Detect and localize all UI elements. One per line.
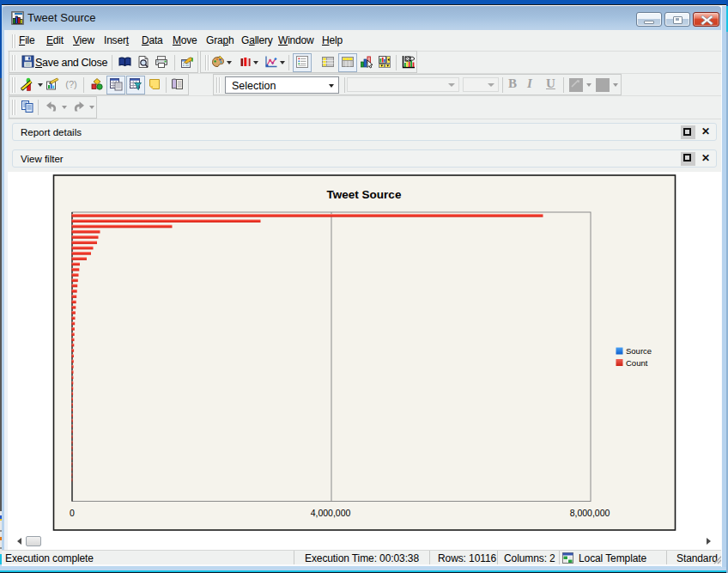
svg-text:4,000,000: 4,000,000 <box>311 507 351 517</box>
svg-text:Tweet Source: Tweet Source <box>327 187 402 200</box>
svg-text:(?): (?) <box>65 79 76 89</box>
svg-text:8,000,000: 8,000,000 <box>570 507 610 517</box>
svg-text:0: 0 <box>70 507 75 517</box>
svg-text:Count: Count <box>626 357 648 367</box>
svg-text:Source: Source <box>626 346 652 356</box>
